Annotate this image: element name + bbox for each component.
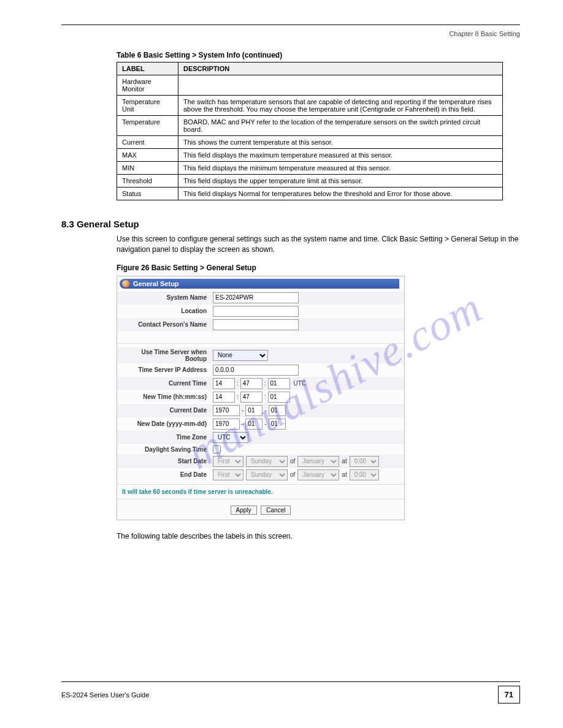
row-start-date: Start Date First Sunday of January at 0:… xyxy=(117,455,404,468)
cell-desc: BOARD, MAC and PHY refer to the location… xyxy=(178,116,503,136)
row-contact: Contact Person's Name xyxy=(117,318,404,332)
table-header-row: LABEL DESCRIPTION xyxy=(117,63,503,75)
cell-label: Status xyxy=(117,188,178,200)
end-dow-select[interactable]: Sunday xyxy=(246,469,288,480)
table-row: MINThis field displays the minimum tempe… xyxy=(117,162,503,175)
cell-label: Threshold xyxy=(117,175,178,188)
current-date-d[interactable] xyxy=(269,405,286,416)
description-table: LABEL DESCRIPTION Hardware MonitorTemper… xyxy=(117,62,503,200)
figure-caption: Figure 26 Basic Setting > General Setup xyxy=(117,264,520,272)
th-desc: DESCRIPTION xyxy=(178,63,503,75)
dash-sep: - xyxy=(242,420,243,427)
panel-title-text: General Setup xyxy=(133,280,179,287)
row-current-time: Current Time : : UTC xyxy=(117,377,404,390)
row-new-date: New Date (yyyy-mm-dd) - - xyxy=(117,417,404,431)
start-month-select[interactable]: January xyxy=(297,456,339,467)
section-heading: 8.3 General Setup xyxy=(61,219,520,229)
utc-label: UTC xyxy=(294,380,307,387)
time-server-ip-input[interactable] xyxy=(213,365,299,376)
cell-desc xyxy=(178,75,503,96)
table-row: StatusThis field displays Normal for tem… xyxy=(117,188,503,200)
row-system-name: System Name xyxy=(117,291,404,305)
cell-desc: The switch has temperature sensors that … xyxy=(178,96,503,116)
dash-sep: - xyxy=(264,420,266,427)
post-figure-text: The following table describes the labels… xyxy=(117,531,520,542)
cell-label: MAX xyxy=(117,149,178,162)
panel-title: General Setup xyxy=(120,279,399,289)
new-time-ss[interactable] xyxy=(268,392,290,403)
row-dst: Daylight Saving Time xyxy=(117,444,404,455)
table-row: CurrentThis shows the current temperatur… xyxy=(117,136,503,149)
section-para: Use this screen to configure general set… xyxy=(117,234,520,255)
label-time-zone: Time Zone xyxy=(121,434,213,441)
new-time-hh[interactable] xyxy=(213,392,235,403)
colon-sep: : xyxy=(264,393,266,400)
end-month-select[interactable]: January xyxy=(297,469,339,480)
system-name-input[interactable] xyxy=(213,292,299,303)
label-time-server-ip: Time Server IP Address xyxy=(121,366,213,373)
cancel-button[interactable]: Cancel xyxy=(261,506,291,515)
table-row: TemperatureBOARD, MAC and PHY refer to t… xyxy=(117,116,503,136)
footer: ES-2024 Series User's Guide 71 xyxy=(61,681,520,703)
label-contact: Contact Person's Name xyxy=(121,321,213,328)
start-ord-select[interactable]: First xyxy=(213,456,243,467)
at-label: at xyxy=(342,458,347,464)
current-date-y[interactable] xyxy=(213,405,240,416)
cell-label: Temperature Unit xyxy=(117,96,178,116)
label-current-time: Current Time xyxy=(121,380,213,387)
table-row: Temperature UnitThe switch has temperatu… xyxy=(117,96,503,116)
header-rule xyxy=(61,25,520,25)
cell-label: Current xyxy=(117,136,178,149)
new-date-m[interactable] xyxy=(245,419,262,430)
cell-label: MIN xyxy=(117,162,178,175)
footer-page-number: 71 xyxy=(498,686,520,703)
time-zone-select[interactable]: UTC xyxy=(213,432,248,443)
label-new-time: New Time (hh:mm:ss) xyxy=(121,393,213,400)
cell-label: Temperature xyxy=(117,116,178,136)
label-location: Location xyxy=(121,308,213,314)
footer-rule xyxy=(61,681,520,682)
table-row: ThresholdThis field displays the upper t… xyxy=(117,175,503,188)
footer-guide: ES-2024 Series User's Guide xyxy=(61,691,149,699)
row-use-time-server: Use Time Server when Bootup None xyxy=(117,347,404,363)
dst-checkbox[interactable] xyxy=(213,446,221,453)
cell-desc: This field displays the maximum temperat… xyxy=(178,149,503,162)
current-time-ss[interactable] xyxy=(268,378,290,389)
button-row: Apply Cancel xyxy=(117,499,404,515)
row-time-server-ip: Time Server IP Address xyxy=(117,363,404,377)
row-end-date: End Date First Sunday of January at 0:00 xyxy=(117,468,404,482)
new-date-d[interactable] xyxy=(269,419,286,430)
row-location: Location xyxy=(117,305,404,318)
end-ord-select[interactable]: First xyxy=(213,469,243,480)
end-time-select[interactable]: 0:00 xyxy=(350,469,379,480)
cell-desc: This field displays the upper temperatur… xyxy=(178,175,503,188)
start-dow-select[interactable]: Sunday xyxy=(246,456,288,467)
divider xyxy=(117,332,404,344)
colon-sep: : xyxy=(237,380,239,387)
row-current-date: Current Date - - xyxy=(117,404,404,417)
current-time-mm[interactable] xyxy=(240,378,262,389)
start-time-select[interactable]: 0:00 xyxy=(350,456,379,467)
label-end-date: End Date xyxy=(121,471,213,478)
label-new-date: New Date (yyyy-mm-dd) xyxy=(121,420,213,427)
apply-button[interactable]: Apply xyxy=(231,506,257,515)
cell-desc: This field displays Normal for temperatu… xyxy=(178,188,503,200)
colon-sep: : xyxy=(264,380,266,387)
use-time-server-select[interactable]: None xyxy=(213,350,268,361)
table-row: Hardware Monitor xyxy=(117,75,503,96)
colon-sep: : xyxy=(237,393,239,400)
current-date-m[interactable] xyxy=(245,405,262,416)
contact-input[interactable] xyxy=(213,319,299,330)
dash-sep: - xyxy=(264,407,266,414)
cell-label: Hardware Monitor xyxy=(117,75,178,96)
label-dst: Daylight Saving Time xyxy=(121,446,213,453)
row-new-time: New Time (hh:mm:ss) : : xyxy=(117,390,404,404)
new-time-mm[interactable] xyxy=(240,392,262,403)
new-date-y[interactable] xyxy=(213,419,240,430)
th-label: LABEL xyxy=(117,63,178,75)
location-input[interactable] xyxy=(213,306,299,317)
current-time-hh[interactable] xyxy=(213,378,235,389)
of-label: of xyxy=(290,458,295,464)
of-label: of xyxy=(290,471,295,478)
cell-desc: This shows the current temperature at th… xyxy=(178,136,503,149)
